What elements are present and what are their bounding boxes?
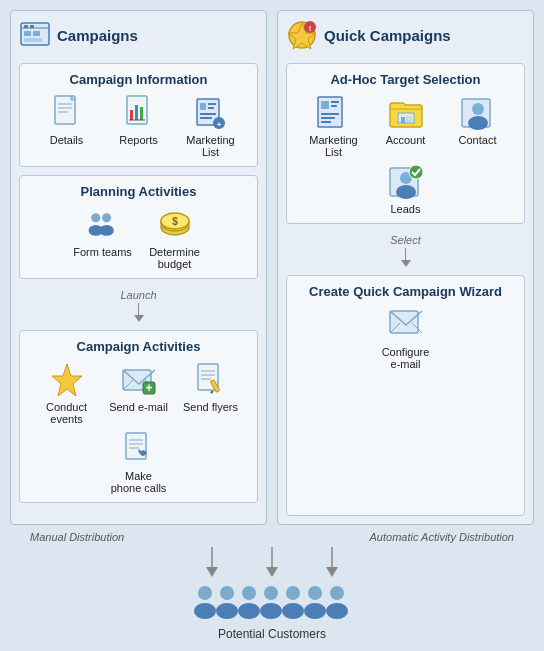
svg-marker-74 <box>206 567 218 577</box>
select-label: Select <box>390 234 421 246</box>
marketing-list-icon: + <box>193 95 229 131</box>
conduct-events-label: Conduct events <box>37 401 97 425</box>
send-email-label: Send e-mail <box>109 401 168 413</box>
svg-rect-56 <box>331 105 337 107</box>
svg-point-82 <box>216 603 238 619</box>
svg-point-87 <box>286 586 300 600</box>
account-item: Account <box>376 95 436 158</box>
conduct-events-item: Conduct events <box>37 362 97 425</box>
svg-marker-76 <box>266 567 278 577</box>
campaigns-header: Campaigns <box>19 19 258 55</box>
contact-icon <box>460 95 496 131</box>
send-email-item: + Send e-mail <box>109 362 169 425</box>
svg-rect-4 <box>24 31 31 36</box>
details-icon <box>49 95 85 131</box>
leads-item: Leads <box>376 164 436 215</box>
planning-activities-title: Planning Activities <box>28 184 249 199</box>
campaigns-icon <box>19 19 51 51</box>
distribution-row: Manual Distribution Automatic Activity D… <box>10 531 534 543</box>
svg-rect-57 <box>321 113 339 115</box>
send-flyers-icon <box>193 362 229 398</box>
campaign-information-grid: Details Reports <box>28 95 249 158</box>
svg-rect-6 <box>24 38 42 42</box>
determine-budget-icon: $ <box>157 207 193 243</box>
select-arrow-line <box>405 248 406 260</box>
quick-campaigns-column: ! Quick Campaigns Ad-Hoc Target Selectio… <box>277 10 534 525</box>
svg-text:+: + <box>145 381 152 395</box>
svg-rect-21 <box>200 113 216 115</box>
svg-text:$: $ <box>172 216 178 227</box>
campaign-information-title: Campaign Information <box>28 72 249 87</box>
main-container: Campaigns Campaign Information <box>0 0 544 651</box>
reports-label: Reports <box>119 134 158 146</box>
form-teams-item: Form teams <box>73 207 133 270</box>
campaigns-title: Campaigns <box>57 27 138 44</box>
bottom-section: Manual Distribution Automatic Activity D… <box>10 525 534 641</box>
marketing-list-label: Marketing List <box>181 134 241 158</box>
wizard-grid: Configure e-mail <box>295 307 516 370</box>
svg-rect-19 <box>208 103 216 105</box>
campaign-information-box: Campaign Information Detail <box>19 63 258 167</box>
form-teams-label: Form teams <box>73 246 132 258</box>
svg-rect-61 <box>401 117 405 123</box>
svg-point-85 <box>264 586 278 600</box>
svg-marker-33 <box>52 364 82 396</box>
svg-point-92 <box>326 603 348 619</box>
svg-point-28 <box>99 225 113 236</box>
svg-rect-22 <box>200 117 212 119</box>
send-flyers-item: Send flyers <box>181 362 241 425</box>
conduct-events-icon <box>49 362 85 398</box>
leads-icon <box>388 164 424 200</box>
launch-arrow-line <box>138 303 139 315</box>
adhoc-box: Ad-Hoc Target Selection <box>286 63 525 224</box>
svg-rect-54 <box>321 101 329 109</box>
svg-rect-62 <box>407 117 411 121</box>
svg-rect-14 <box>135 105 138 120</box>
qc-marketing-list-icon <box>316 95 352 131</box>
svg-point-83 <box>242 586 256 600</box>
campaign-activities-grid: Conduct events + <box>28 362 249 494</box>
select-arrow: Select <box>286 232 525 267</box>
svg-point-84 <box>238 603 260 619</box>
determine-budget-label: Determine budget <box>145 246 205 270</box>
potential-customers-label: Potential Customers <box>218 627 326 641</box>
determine-budget-item: $ Determine budget <box>145 207 205 270</box>
svg-text:!: ! <box>309 24 312 33</box>
launch-arrow: Launch <box>19 287 258 322</box>
potential-customers-icon <box>192 581 352 625</box>
phone-calls-item: Make phone calls <box>109 431 169 494</box>
svg-rect-59 <box>321 121 331 123</box>
svg-point-69 <box>409 165 423 179</box>
leads-label: Leads <box>391 203 421 215</box>
adhoc-grid: Marketing List <box>295 95 516 215</box>
account-label: Account <box>386 134 426 146</box>
account-icon <box>388 95 424 131</box>
qc-marketing-list-label: Marketing List <box>304 134 364 158</box>
quick-campaigns-title: Quick Campaigns <box>324 27 451 44</box>
svg-rect-2 <box>24 25 28 28</box>
configure-email-label: Configure e-mail <box>376 346 436 370</box>
planning-activities-box: Planning Activities <box>19 175 258 279</box>
svg-point-64 <box>472 103 484 115</box>
marketing-list-item: + Marketing List <box>181 95 241 158</box>
svg-point-86 <box>260 603 282 619</box>
reports-icon <box>121 95 157 131</box>
svg-rect-13 <box>130 110 133 120</box>
manual-distribution-label: Manual Distribution <box>30 531 124 543</box>
configure-email-icon <box>388 307 424 343</box>
wizard-box: Create Quick Campaign Wizard Configure e… <box>286 275 525 516</box>
top-section: Campaigns Campaign Information <box>10 10 534 525</box>
svg-point-27 <box>102 213 111 222</box>
phone-calls-icon <box>121 431 157 467</box>
adhoc-title: Ad-Hoc Target Selection <box>295 72 516 87</box>
svg-rect-3 <box>30 25 34 28</box>
svg-rect-60 <box>398 113 414 123</box>
svg-point-65 <box>468 116 488 130</box>
svg-rect-58 <box>321 117 335 119</box>
svg-point-91 <box>330 586 344 600</box>
svg-marker-78 <box>326 567 338 577</box>
svg-point-89 <box>308 586 322 600</box>
svg-rect-5 <box>33 31 40 36</box>
campaign-activities-title: Campaign Activities <box>28 339 249 354</box>
svg-point-79 <box>198 586 212 600</box>
